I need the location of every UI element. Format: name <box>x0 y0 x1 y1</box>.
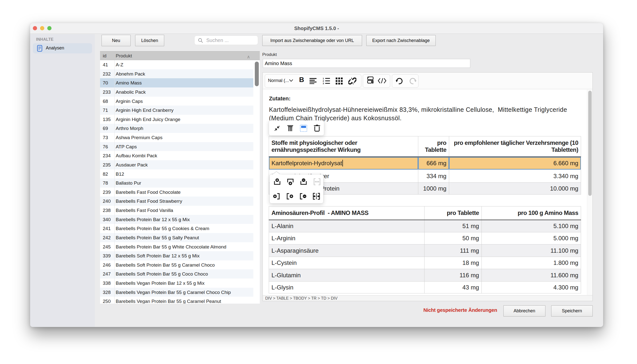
svg-text:1: 1 <box>323 78 324 80</box>
svg-text:3: 3 <box>323 82 324 84</box>
svg-text:2: 2 <box>323 80 324 82</box>
